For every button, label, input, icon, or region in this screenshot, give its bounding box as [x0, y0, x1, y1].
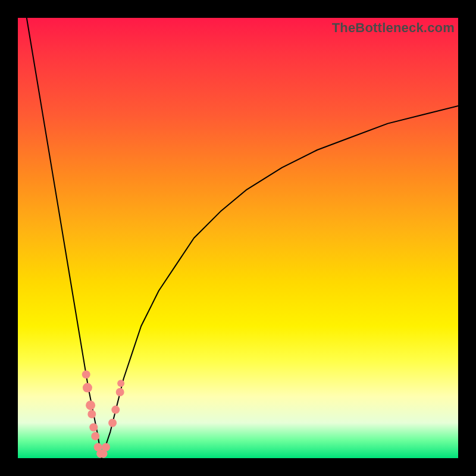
- plot-area: TheBottleneck.com: [18, 18, 458, 458]
- marker-dot: [82, 370, 90, 378]
- marker-dot: [87, 410, 96, 418]
- marker-dot: [102, 443, 110, 452]
- marker-dot: [83, 383, 92, 393]
- marker-dot: [89, 423, 98, 431]
- curve-left-branch: [27, 18, 102, 458]
- marker-dot: [116, 388, 124, 396]
- marker-dot: [91, 432, 99, 440]
- marker-dot: [108, 419, 117, 427]
- marker-dot: [117, 380, 124, 387]
- curve-right-branch: [102, 106, 458, 458]
- bottleneck-curve: [18, 18, 458, 458]
- chart-frame: TheBottleneck.com: [0, 0, 476, 476]
- marker-dot: [86, 400, 95, 410]
- marker-dot: [111, 406, 120, 414]
